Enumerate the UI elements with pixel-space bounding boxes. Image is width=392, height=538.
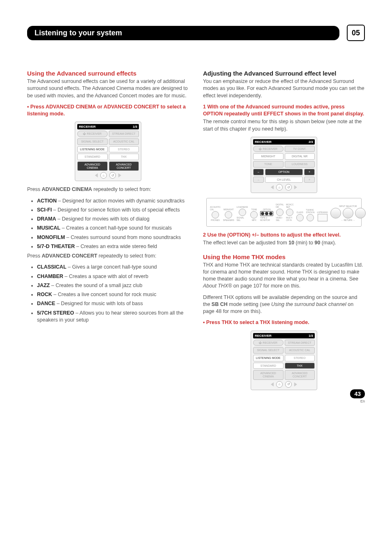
list-item: CHAMBER – Creates a space with alot of r… bbox=[37, 273, 189, 280]
step-press-thx: • Press THX to select a THX listening mo… bbox=[203, 319, 365, 326]
list-item: MUSICAL – Creates a concert hall-type so… bbox=[37, 225, 189, 232]
para-thx-1: THX and Home THX are technical standards… bbox=[203, 262, 365, 290]
remote2-page: 2/3 bbox=[309, 140, 313, 144]
footer: 43 En bbox=[350, 389, 365, 403]
remote2-return-icon[interactable]: ↺ bbox=[285, 184, 292, 191]
panel-loudness-btn[interactable] bbox=[239, 209, 246, 216]
remote1-stream-direct-btn[interactable]: STREAM DIRECT bbox=[109, 131, 139, 137]
panel-class-btn[interactable] bbox=[296, 214, 304, 221]
remote2-chlevel-minus-btn[interactable]: – bbox=[253, 177, 264, 183]
para-remote-menu-note: The remote control menu for this step is… bbox=[203, 118, 365, 133]
figure-remote-2: RECEIVER 2/3 ⏻ RECEIVER TV CONT. MIDNIGH… bbox=[203, 137, 365, 193]
step-option-effect: 1 With one of the Advanced surround mode… bbox=[203, 103, 365, 118]
remote1-acoustic-cal-btn[interactable]: ACOUSTIC CAL bbox=[109, 138, 139, 145]
remote2-prev-icon[interactable] bbox=[271, 185, 274, 189]
remote1-advanced-cinema-btn[interactable]: ADVANCED CINEMA bbox=[77, 161, 108, 171]
panel-option-group[interactable] bbox=[260, 211, 273, 216]
heading-home-thx: Using the Home THX modes bbox=[203, 253, 365, 260]
panel-tone-btn[interactable] bbox=[250, 211, 258, 218]
remote3-standard-btn[interactable]: STANDARD bbox=[253, 363, 284, 369]
header-bar: Listening to your system 05 bbox=[27, 25, 365, 41]
panel-multi-jog-knob[interactable] bbox=[343, 208, 353, 218]
list-concert-modes: CLASSICAL – Gives a large concert hall-t… bbox=[32, 264, 189, 324]
section-title: Listening to your system bbox=[27, 26, 339, 40]
figure-remote-3: RECEIVER 1/3 ⏻ RECEIVER STREAM DIRECT SI… bbox=[203, 331, 365, 390]
remote2-midnight-btn[interactable]: MIDNIGHT bbox=[253, 153, 284, 160]
remote3-signal-select-btn[interactable]: SIGNAL SELECT bbox=[253, 347, 284, 354]
remote2-digital-nr-btn[interactable]: DIGITAL NR bbox=[285, 153, 315, 160]
remote1-listening-mode-btn[interactable]: LISTENING MODE bbox=[77, 146, 108, 153]
list-item: ROCK – Creates a live concert sound for … bbox=[37, 291, 189, 298]
remote1-page: 1/3 bbox=[133, 125, 137, 129]
remote2-option-plus-btn[interactable]: + bbox=[304, 169, 315, 175]
remote1-stereo-btn[interactable]: STEREO bbox=[109, 146, 139, 153]
list-item: SCI-FI – Designed for science fiction wi… bbox=[37, 207, 189, 214]
remote3-receiver-btn[interactable]: ⏻ RECEIVER bbox=[253, 340, 284, 346]
remote1-standard-btn[interactable]: STANDARD bbox=[77, 154, 108, 160]
remote2-receiver-btn[interactable]: ⏻ RECEIVER bbox=[253, 146, 284, 152]
panel-display bbox=[318, 214, 327, 221]
panel-tuning-btn[interactable] bbox=[307, 214, 314, 221]
remote3-advanced-cinema-btn[interactable]: ADVANCED CINEMA bbox=[253, 370, 284, 379]
remote2-next-icon[interactable] bbox=[294, 185, 297, 189]
remote3-return-icon[interactable]: ↺ bbox=[285, 381, 292, 388]
remote1-home-icon[interactable]: ⌂ bbox=[100, 172, 107, 179]
para-adjust-effect: You can emphasize or reduce the effect o… bbox=[203, 78, 365, 99]
remote2-option-btn[interactable]: OPTION bbox=[265, 169, 303, 175]
remote2-title: RECEIVER bbox=[255, 140, 272, 144]
remote3-stereo-btn[interactable]: STEREO bbox=[285, 355, 315, 361]
panel-digital-nr-btn[interactable] bbox=[276, 209, 284, 216]
remote3-thx-btn[interactable]: THX bbox=[285, 363, 315, 369]
list-item: DANCE – Designed for music with lots of … bbox=[37, 300, 189, 307]
remote1-receiver-btn[interactable]: ⏻ RECEIVER bbox=[77, 131, 108, 137]
heading-advanced-surround: Using the Advanced surround effects bbox=[27, 70, 189, 77]
remote3-next-icon[interactable] bbox=[294, 382, 297, 386]
remote3-stream-direct-btn[interactable]: STREAM DIRECT bbox=[285, 340, 315, 346]
remote3-prev-icon[interactable] bbox=[271, 382, 274, 386]
remote3-home-icon[interactable]: ⌂ bbox=[276, 381, 283, 388]
para-press-advanced-cinema: Press ADVANCED CINEMA repeatedly to sele… bbox=[27, 186, 189, 193]
remote1-signal-select-btn[interactable]: SIGNAL SELECT bbox=[77, 138, 108, 145]
step-adjust-effect-level: 2 Use the (OPTION) +/– buttons to adjust… bbox=[203, 232, 365, 239]
remote1-advanced-concert-btn[interactable]: ADVANCED CONCERT bbox=[109, 161, 139, 171]
remote3-page: 1/3 bbox=[309, 334, 313, 338]
list-item: MONOFILM – Creates surround sound from m… bbox=[37, 234, 189, 241]
para-press-advanced-concert: Press ADVANCED CONCERT repeatedly to sel… bbox=[27, 253, 189, 260]
list-item: CLASSICAL – Gives a large concert hall-t… bbox=[37, 264, 189, 271]
remote2-chlevel-plus-btn[interactable]: + bbox=[304, 177, 315, 183]
remote2-option-minus-btn[interactable]: – bbox=[253, 169, 264, 175]
panel-midnight-btn[interactable] bbox=[225, 211, 232, 218]
remote2-tv-cont-btn[interactable]: TV CONT. bbox=[285, 146, 315, 152]
figure-front-panel: ACOUSTIC CALPHONES MIDNIGHTSPEAKERS LOUD… bbox=[206, 198, 362, 227]
panel-acoustic-cal-btn[interactable] bbox=[212, 211, 219, 218]
panel-mcacc-btn[interactable] bbox=[286, 209, 293, 216]
para-effect-range: The effect level can be adjusted from 10… bbox=[203, 239, 365, 246]
remote1-prev-icon[interactable] bbox=[95, 173, 98, 177]
panel-input-selector-knob[interactable] bbox=[330, 208, 341, 218]
para-thx-2: Different THX options will be available … bbox=[203, 294, 365, 315]
page-lang: En bbox=[350, 399, 365, 403]
list-cinema-modes: ACTION – Designed for action movies with… bbox=[32, 198, 189, 251]
remote3-title: RECEIVER bbox=[255, 334, 272, 338]
remote2-tone-btn[interactable]: TONE bbox=[253, 161, 284, 168]
remote2-loudness-btn[interactable]: LOUDNESS bbox=[285, 161, 315, 168]
remote3-acoustic-cal-btn[interactable]: ACOUSTIC CAL bbox=[285, 347, 315, 354]
remote1-thx-btn[interactable]: THX bbox=[109, 154, 139, 160]
step-select-listening-mode: • Press ADVANCED CINEMA or ADVANCED CONC… bbox=[27, 103, 189, 118]
chapter-number: 05 bbox=[347, 25, 365, 41]
panel-setup-knob[interactable] bbox=[355, 208, 366, 218]
page-number: 43 bbox=[350, 389, 365, 398]
remote1-title: RECEIVER bbox=[79, 125, 96, 129]
remote3-listening-mode-btn[interactable]: LISTENING MODE bbox=[253, 355, 284, 361]
list-item: JAZZ – Creates the sound of a small jazz… bbox=[37, 282, 189, 289]
heading-adjust-effect: Adjusting the Advanced Surround effect l… bbox=[203, 70, 365, 77]
remote2-home-icon[interactable]: ⌂ bbox=[276, 184, 283, 191]
figure-remote-1: RECEIVER 1/3 ⏻ RECEIVER STREAM DIRECT SI… bbox=[27, 122, 189, 181]
list-item: ACTION – Designed for action movies with… bbox=[37, 198, 189, 205]
list-item: 5/7-D THEATER – Creates an extra wide st… bbox=[37, 243, 189, 250]
remote1-next-icon[interactable] bbox=[118, 173, 121, 177]
remote2-chlevel-btn[interactable]: CH LEVEL bbox=[265, 177, 303, 183]
remote1-return-icon[interactable]: ↺ bbox=[109, 172, 116, 179]
list-item: DRAMA – Designed for movies with lots of… bbox=[37, 216, 189, 223]
remote3-advanced-concert-btn[interactable]: ADVANCED CONCERT bbox=[285, 370, 315, 379]
